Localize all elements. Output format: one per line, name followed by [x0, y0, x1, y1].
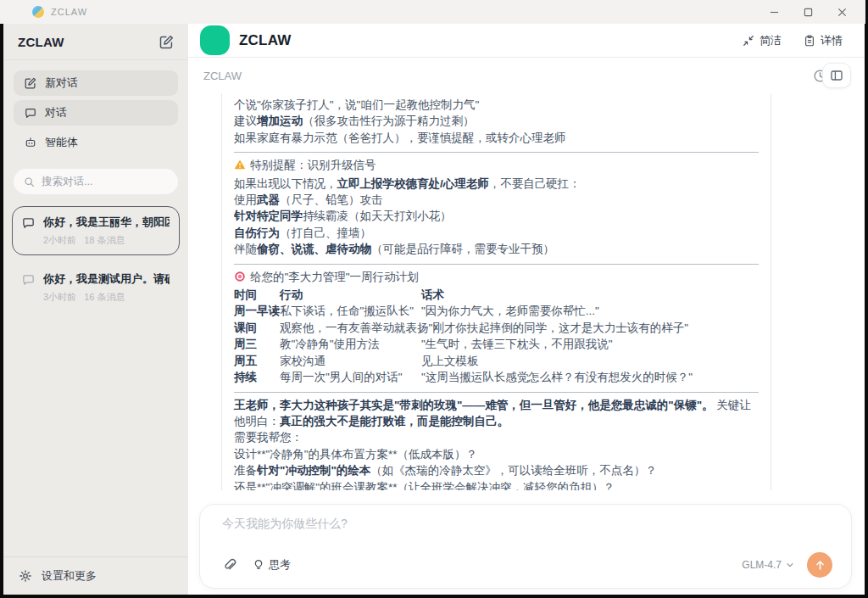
- new-chat-icon[interactable]: [159, 35, 174, 49]
- conversation-title: 你好，我是王丽华，朝阳区...: [43, 215, 170, 230]
- settings-label: 设置和更多: [42, 568, 97, 584]
- arrow-up-icon: [814, 559, 826, 572]
- settings-and-more[interactable]: 设置和更多: [3, 556, 188, 595]
- message-line: 需要我帮您：: [234, 429, 759, 445]
- composer: 思考 GLM-4.7: [199, 504, 852, 589]
- message-line: 针对特定同学持续霸凌（如天天打刘小花）: [234, 208, 759, 224]
- sidebar: ZCLAW 新对话对话智能体 你好，我是王丽华，朝阳区...2小时前18 条消息…: [3, 24, 188, 595]
- clipboard-icon: [804, 35, 815, 47]
- model-label: GLM-4.7: [742, 559, 782, 571]
- plan-table-row: 周一早读私下谈话，任命"搬运队长""因为你力气大，老师需要你帮忙...": [234, 303, 759, 319]
- assistant-message-card: 个说"你家孩子打人"，说"咱们一起教他控制力气"建议增加运动（很多攻击性行为源于…: [221, 93, 771, 490]
- message-line: 特别提醒：识别升级信号: [234, 157, 759, 175]
- message-line: 个说"你家孩子打人"，说"咱们一起教他控制力气": [234, 97, 759, 113]
- search-input[interactable]: [42, 176, 168, 187]
- conversation-item-0[interactable]: 你好，我是王丽华，朝阳区...2小时前18 条消息: [12, 206, 180, 255]
- message-line: 建议增加运动（很多攻击性行为源于精力过剩）: [234, 113, 759, 129]
- message-line: 如果出现以下情况，立即上报学校德育处/心理老师，不要自己硬扛：: [234, 176, 759, 192]
- message-line: 准备针对"冲动控制"的绘本（如《杰瑞的冷静太空》，可以读给全班听，不点名）？: [234, 462, 759, 478]
- gear-icon: [19, 569, 32, 583]
- conversation-list: 你好，我是王丽华，朝阳区...2小时前18 条消息你好，我是测试用户。请确...…: [3, 204, 188, 321]
- conversation-time: 2小时前: [43, 234, 76, 247]
- conversation-title: 你好，我是测试用户。请确...: [43, 271, 170, 287]
- divider: [234, 152, 759, 153]
- conversation-time: 3小时前: [43, 291, 76, 304]
- think-label: 思考: [269, 557, 291, 573]
- conversation-item-1[interactable]: 你好，我是测试用户。请确...3小时前16 条消息: [12, 263, 180, 312]
- action-label: 详情: [821, 33, 843, 48]
- main-area: ZCLAW 简洁详情 ZCLAW 个说"你家孩子打人"，说"咱们一起教他控制力气…: [188, 24, 865, 595]
- search-box[interactable]: [14, 169, 178, 194]
- collapse-icon: [743, 35, 754, 47]
- message-line: 如果家庭有暴力示范（爸爸打人），要谨慎提醒，或转介心理老师: [234, 130, 759, 146]
- nav-label: 对话: [45, 105, 67, 120]
- divider: [234, 264, 759, 265]
- chat-scroll-area[interactable]: 个说"你家孩子打人"，说"咱们一起教他控制力气"建议增加运动（很多攻击性行为源于…: [188, 93, 865, 490]
- target-icon: [234, 271, 246, 287]
- plan-table-row: 周三教"冷静角"使用方法"生气时，去锤三下枕头，不用跟我说": [234, 336, 759, 352]
- message-line: 伴随偷窃、说谎、虐待动物（可能是品行障碍，需要专业干预）: [234, 241, 759, 257]
- nav-label: 智能体: [45, 135, 78, 150]
- robot-icon: [25, 137, 36, 148]
- side-panel-toggle-button[interactable]: [822, 63, 851, 88]
- header-action-1[interactable]: 详情: [804, 33, 843, 48]
- sidebar-nav-item-0[interactable]: 新对话: [14, 70, 178, 96]
- main-header: ZCLAW 简洁详情: [188, 24, 865, 58]
- header-action-0[interactable]: 简洁: [743, 33, 782, 48]
- think-toggle[interactable]: 思考: [253, 557, 291, 573]
- sidebar-nav-item-2[interactable]: 智能体: [14, 130, 178, 155]
- send-button[interactable]: [807, 552, 832, 578]
- plan-table-row: 周五家校沟通见上文模板: [234, 353, 759, 369]
- plan-table-row: 持续每周一次"男人间的对话""这周当搬运队长感觉怎么样？有没有想发火的时候？": [234, 369, 759, 385]
- conversation-count: 18 条消息: [84, 234, 125, 247]
- message-line: 王老师，李大力这种孩子其实是"带刺的玫瑰"——难管，但一旦管好，他是您最忠诚的"…: [234, 397, 759, 430]
- lightbulb-icon: [253, 559, 264, 571]
- chevron-down-icon: [785, 560, 795, 570]
- plan-table-row: 课间观察他，一有友善举动就表扬"刚才你扶起摔倒的同学，这才是大力士该有的样子": [234, 320, 759, 336]
- divider: [234, 392, 759, 393]
- app-icon: [32, 6, 44, 18]
- bubble-icon: [22, 273, 35, 304]
- action-label: 简洁: [760, 33, 782, 48]
- warning-icon: [234, 159, 246, 175]
- sidebar-nav-item-1[interactable]: 对话: [14, 100, 178, 126]
- compose-icon: [25, 77, 36, 89]
- chat-subheader: ZCLAW: [188, 58, 865, 93]
- model-selector[interactable]: GLM-4.7: [742, 559, 795, 571]
- app-window: ZCLAW 新对话对话智能体 你好，我是王丽华，朝阳区...2小时前18 条消息…: [3, 24, 865, 595]
- attach-file-icon[interactable]: [222, 557, 237, 573]
- bubble-icon: [22, 216, 35, 247]
- panel-icon: [830, 69, 843, 82]
- search-icon: [24, 176, 35, 187]
- maximize-button[interactable]: [791, 1, 825, 23]
- sidebar-nav: 新对话对话智能体: [3, 60, 188, 161]
- bubble-icon: [25, 107, 36, 119]
- brand-name: ZCLAW: [239, 32, 291, 49]
- plan-table-header: 时间行动话术: [234, 287, 759, 303]
- message-line: 使用武器（尺子、铅笔）攻击: [234, 192, 759, 208]
- window-title: ZCLAW: [51, 7, 87, 17]
- message-line: 自伤行为（打自己、撞墙）: [234, 225, 759, 241]
- sidebar-title: ZCLAW: [18, 35, 64, 49]
- minimize-button[interactable]: [757, 1, 791, 23]
- close-button[interactable]: [825, 1, 859, 23]
- message-line: 还是**"冲突调解"的班会课教案**（让全班学会解决冲突，减轻您的负担）？: [234, 479, 759, 490]
- conversation-count: 16 条消息: [84, 291, 125, 304]
- message-line: 给您的"李大力管理"一周行动计划: [234, 269, 759, 287]
- chat-peer-label: ZCLAW: [203, 70, 242, 82]
- message-line: 设计**"冷静角"的具体布置方案**（低成本版）？: [234, 446, 759, 462]
- nav-label: 新对话: [45, 75, 78, 91]
- assistant-message: 个说"你家孩子打人"，说"咱们一起教他控制力气"建议增加运动（很多攻击性行为源于…: [234, 97, 759, 490]
- message-input[interactable]: [222, 517, 832, 530]
- brand-logo: [200, 25, 230, 55]
- os-titlebar: ZCLAW: [0, 0, 865, 24]
